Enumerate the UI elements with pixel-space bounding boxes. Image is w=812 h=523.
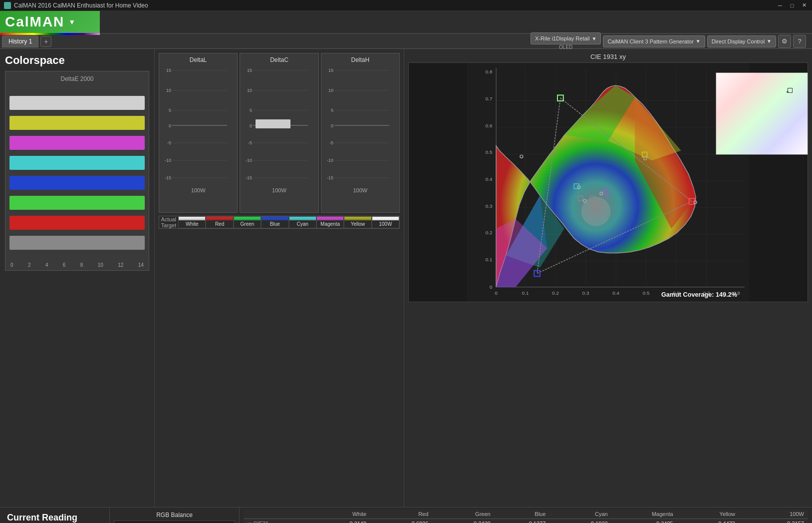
rainbow-bar [0, 33, 100, 35]
swatch-label-cyan: Cyan [289, 220, 316, 228]
col-header-magenta: Magenta [612, 510, 677, 519]
rgb-balance-chart: 5 0 -5 100W [114, 521, 235, 523]
deltae-bar-blue [9, 174, 145, 192]
main-content: Colorspace DeltaE 2000 0 2 4 6 8 10 12 1… [0, 49, 812, 507]
device3-button[interactable]: Direct Display Control ▼ [707, 35, 776, 47]
swatch-magenta: Magenta [316, 216, 344, 228]
table-cell-0-6: 0.4472 [677, 519, 739, 523]
col-header-white: White [308, 510, 370, 519]
deltae-chart: DeltaE 2000 0 2 4 6 8 10 12 14 [5, 71, 149, 271]
add-tab-icon: + [44, 37, 48, 45]
swatch-label-red: Red [206, 220, 233, 228]
deltae-bar-green [9, 194, 145, 212]
calman-logo[interactable]: CalMAN ▼ [0, 11, 100, 33]
swatch-label-magenta: Magenta [317, 220, 343, 228]
current-reading-panel: Current Reading x: 0.3157 y: 0.3272 fL: … [0, 508, 110, 523]
svg-text:-5: -5 [248, 140, 252, 145]
table-cell-label-0: x: CIE31 [244, 519, 308, 523]
col-header-red: Red [370, 510, 432, 519]
table-cell-0-1: 0.6826 [370, 519, 432, 523]
device2-label: CalMAN Client 3 Pattern Generator [607, 38, 693, 44]
swatch-blue: Blue [261, 216, 288, 228]
svg-text:Gamut Coverage:  149.2%: Gamut Coverage: 149.2% [661, 291, 737, 298]
col-header-green: Green [432, 510, 494, 519]
table-row-0: x: CIE310.31490.68260.24300.13770.18230.… [244, 519, 808, 523]
col-header-100w: 100W [739, 510, 808, 519]
device1-button[interactable]: X-Rite i1Display Retail ▼ [531, 32, 601, 44]
svg-text:10: 10 [247, 88, 252, 93]
svg-text:-10: -10 [327, 158, 333, 163]
tabs-area: History 1 + X-Rite i1Display Retail ▼ OL… [0, 34, 812, 49]
data-table-panel: White Red Green Blue Cyan Magenta Yellow… [240, 508, 812, 523]
svg-text:0: 0 [331, 123, 333, 128]
deltae-bar-chart [9, 85, 145, 260]
svg-text:0: 0 [169, 123, 171, 128]
swatch-white: White [178, 216, 206, 228]
svg-text:0: 0 [490, 284, 493, 290]
col-header-blue: Blue [495, 510, 550, 519]
deltae-bar-white [9, 94, 145, 112]
deltaH-chart: DeltaH 15 10 5 0 -5 [321, 53, 400, 213]
device2-button[interactable]: CalMAN Client 3 Pattern Generator ▼ [603, 35, 705, 47]
deltae-bar-red [9, 214, 145, 232]
tab-history1[interactable]: History 1 [2, 35, 38, 47]
deltaL-xlabel: 100W [162, 187, 234, 193]
colorspace-title: Colorspace [5, 54, 149, 67]
svg-text:15: 15 [247, 68, 252, 73]
swatch-yellow: Yellow [344, 216, 371, 228]
svg-text:10: 10 [166, 88, 171, 93]
actual-label: Actual [161, 216, 176, 222]
svg-text:0: 0 [250, 123, 252, 128]
calman-logo-dropdown-icon[interactable]: ▼ [68, 18, 75, 26]
table-cell-0-0: 0.3149 [308, 519, 370, 523]
swatch-label-100w: 100W [372, 220, 399, 228]
svg-text:0.7: 0.7 [486, 96, 493, 101]
svg-text:-5: -5 [167, 140, 171, 145]
swatch-label-yellow: Yellow [344, 220, 371, 228]
add-tab-button[interactable]: + [40, 36, 51, 47]
deltae-bar-100w [9, 234, 145, 252]
svg-text:0.1: 0.1 [522, 290, 529, 296]
bottom-section: Current Reading x: 0.3157 y: 0.3272 fL: … [0, 507, 812, 523]
deltaC-chart: DeltaC 15 10 5 [240, 53, 318, 213]
col-header-yellow: Yellow [677, 510, 739, 519]
svg-text:0.5: 0.5 [486, 149, 493, 155]
titlebar: CalMAN 2016 CalMAN Enthusiast for Home V… [0, 0, 812, 11]
swatch-red: Red [206, 216, 233, 228]
svg-text:-10: -10 [246, 158, 252, 163]
calman-logo-text: CalMAN [5, 14, 64, 30]
table-body: x: CIE310.31490.68260.24300.13770.18230.… [244, 519, 808, 523]
col-header-cyan: Cyan [549, 510, 611, 519]
svg-text:-15: -15 [327, 175, 333, 180]
svg-text:15: 15 [328, 68, 333, 73]
svg-text:0: 0 [495, 290, 498, 296]
deltae-bar-magenta [9, 134, 145, 152]
table-cell-0-7: 0.3157 [739, 519, 808, 523]
swatch-label-white: White [179, 220, 205, 228]
cie-thumbnail [716, 72, 808, 155]
device2-arrow-icon: ▼ [696, 38, 701, 44]
table-cell-0-5: 0.3485 [612, 519, 677, 523]
swatches-container: Actual Target WhiteRedGreenBlueCyanMagen… [159, 216, 400, 229]
window-controls[interactable]: ─ □ ✕ [776, 1, 808, 9]
svg-text:0.3: 0.3 [486, 203, 493, 209]
maximize-button[interactable]: □ [788, 1, 796, 9]
help-button[interactable]: ? [793, 35, 806, 48]
deltaL-title: DeltaL [162, 56, 234, 63]
close-button[interactable]: ✕ [800, 1, 808, 9]
svg-text:0.2: 0.2 [552, 290, 559, 296]
current-reading-title: Current Reading [7, 513, 102, 523]
rgb-balance-title: RGB Balance [114, 512, 235, 519]
measurements-table: White Red Green Blue Cyan Magenta Yellow… [244, 510, 808, 523]
svg-text:0.4: 0.4 [612, 290, 619, 296]
settings-button[interactable]: ⚙ [778, 35, 791, 48]
minimize-button[interactable]: ─ [776, 1, 784, 9]
device3-arrow-icon: ▼ [767, 38, 772, 44]
deltaH-title: DeltaH [324, 56, 396, 63]
tab-history1-label: History 1 [8, 38, 32, 45]
svg-text:-5: -5 [329, 140, 333, 145]
col-header-label [244, 510, 308, 519]
swatch-100w: 100W [372, 216, 399, 228]
svg-point-86 [581, 197, 611, 226]
settings-icon: ⚙ [782, 37, 788, 45]
